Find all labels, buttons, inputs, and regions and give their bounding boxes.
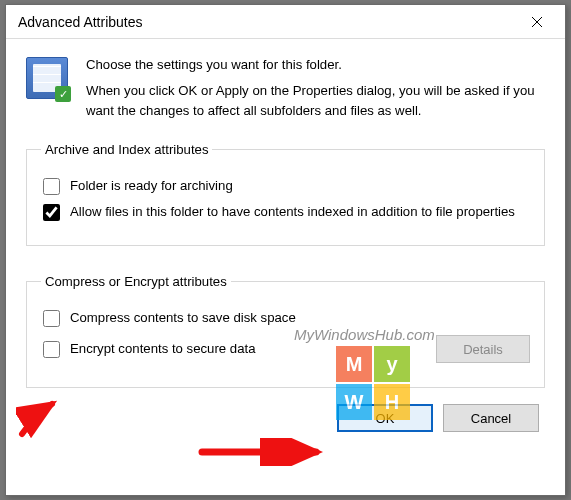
row-allow-indexing: Allow files in this folder to have conte… (41, 203, 530, 221)
close-icon (531, 16, 543, 28)
title-bar: Advanced Attributes (6, 5, 565, 39)
ok-button[interactable]: OK (337, 404, 433, 432)
checkbox-compress-contents[interactable] (43, 310, 60, 327)
checkbox-allow-indexing[interactable] (43, 204, 60, 221)
group-archive-index: Archive and Index attributes Folder is r… (26, 142, 545, 246)
attributes-icon (26, 57, 68, 99)
intro-line-1: Choose the settings you want for this fo… (86, 55, 545, 75)
close-button[interactable] (515, 7, 559, 37)
label-compress-contents: Compress contents to save disk space (70, 309, 296, 327)
intro-text: Choose the settings you want for this fo… (86, 55, 545, 120)
label-allow-indexing: Allow files in this folder to have conte… (70, 203, 515, 221)
dialog-content: Choose the settings you want for this fo… (6, 39, 565, 446)
row-compress: Compress contents to save disk space (41, 309, 530, 327)
details-button: Details (436, 335, 530, 363)
intro-block: Choose the settings you want for this fo… (26, 55, 545, 120)
group-archive-legend: Archive and Index attributes (41, 142, 212, 157)
checkbox-folder-ready-archiving[interactable] (43, 178, 60, 195)
group-compress-legend: Compress or Encrypt attributes (41, 274, 231, 289)
row-archive-ready: Folder is ready for archiving (41, 177, 530, 195)
window-title: Advanced Attributes (18, 14, 515, 30)
dialog-window: Advanced Attributes Choose the settings … (5, 4, 566, 496)
dialog-button-row: OK Cancel (26, 404, 545, 432)
intro-line-2: When you click OK or Apply on the Proper… (86, 81, 545, 121)
label-folder-ready-archiving: Folder is ready for archiving (70, 177, 233, 195)
row-encrypt: Encrypt contents to secure data Details (41, 335, 530, 363)
label-encrypt-contents: Encrypt contents to secure data (70, 340, 255, 358)
cancel-button[interactable]: Cancel (443, 404, 539, 432)
group-compress-encrypt: Compress or Encrypt attributes Compress … (26, 274, 545, 388)
checkbox-encrypt-contents[interactable] (43, 341, 60, 358)
